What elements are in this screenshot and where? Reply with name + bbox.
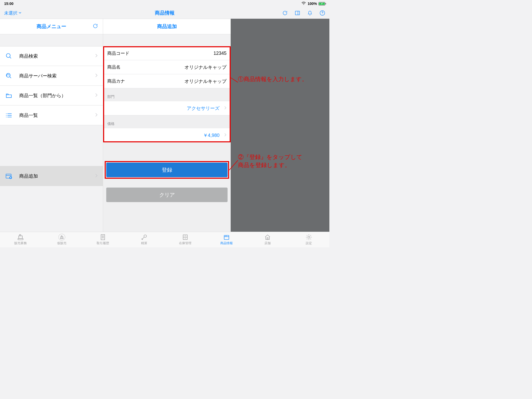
chevron-right-icon [95,113,98,118]
tab-transaction-history[interactable]: 取引履歴 [82,232,124,247]
help-icon[interactable] [320,10,325,16]
menu-item-add-product[interactable]: 商品追加 [0,166,103,186]
middle-header-title: 商品追加 [157,23,177,30]
left-refresh-icon[interactable] [92,23,98,30]
svg-rect-23 [19,235,21,236]
tab-product-info[interactable]: 商品情報 [206,232,247,247]
tab-label: 商品情報 [220,241,233,245]
field-product-code[interactable]: 商品コード 12345 [103,46,231,60]
bell-icon[interactable] [307,10,313,16]
field-label: 商品コード [107,50,129,56]
svg-rect-27 [101,235,105,240]
chevron-right-icon [224,133,227,138]
svg-point-4 [322,14,322,14]
gear-icon [305,234,312,241]
wifi-icon [301,2,306,6]
middle-column: 商品追加 商品コード 12345 商品名 オリジナルキャップ 商品カナ オリジナ… [103,19,231,232]
section-header-department: 部門 [103,88,231,101]
battery-icon: ⚡︎ [318,2,325,5]
tab-settlement[interactable]: 精算 [124,232,165,247]
tab-inventory[interactable]: 在庫管理 [165,232,206,247]
middle-header: 商品追加 [103,19,231,34]
register-button[interactable]: 登録 [106,163,228,177]
tab-sales[interactable]: 販売業務 [0,232,41,247]
svg-point-40 [308,236,310,238]
status-time: 15:00 [4,2,14,6]
home-icon [264,234,271,241]
cloud-search-icon [5,72,12,79]
field-value: オリジナルキャップ [124,64,227,70]
svg-rect-25 [61,237,63,238]
annotation-step1: ①商品情報を入力します。 [238,75,308,83]
register-machine-icon [17,234,24,241]
list-icon [5,112,12,119]
search-icon [5,52,12,60]
nav-category-selector[interactable]: 未選択 [4,10,22,16]
left-spacer [0,34,103,46]
refresh-icon[interactable] [282,10,288,16]
svg-rect-39 [267,238,268,240]
annotation-step2-line2: 商品を登録します。 [238,162,290,168]
field-label: 商品カナ [107,78,125,84]
field-value: オリジナルキャップ [128,78,227,84]
folder-icon [5,92,12,99]
svg-line-8 [10,77,11,78]
field-product-name[interactable]: 商品名 オリジナルキャップ [103,60,231,74]
add-product-icon [5,172,12,180]
left-fill-bottom [0,186,103,232]
chevron-down-icon [18,10,22,16]
columns-icon[interactable] [295,10,300,16]
left-fill [0,125,103,166]
middle-body: 商品コード 12345 商品名 オリジナルキャップ 商品カナ オリジナルキャップ… [103,34,231,232]
tab-label: 取引履歴 [97,241,109,245]
menu-item-list[interactable]: 商品一覧 [0,105,103,125]
left-header: 商品メニュー [0,19,103,34]
svg-point-5 [6,54,10,57]
battery-percent: 100% [308,2,317,6]
drawers-icon [182,234,189,241]
key-icon [141,234,148,241]
register-button-wrap: 登録 [103,163,231,177]
clear-button[interactable]: クリア [106,188,228,202]
tab-suspended-sales[interactable]: 仮販売 [41,232,83,247]
menu-item-list-by-department[interactable]: 商品一覧（部門から） [0,86,103,105]
button-gap-mid [103,177,231,188]
tabbar: 販売業務 仮販売 取引履歴 精算 在庫 [0,232,329,247]
menu-item-label: 商品一覧（部門から） [19,92,88,99]
menu-item-server-search[interactable]: 商品サーバー検索 [0,66,103,86]
field-price[interactable]: ￥4,980 [103,128,231,142]
field-label: 商品名 [107,64,121,70]
svg-point-0 [303,4,304,5]
menu-item-search[interactable]: 商品検索 [0,46,103,66]
suspended-icon [58,234,65,241]
menu-item-label: 商品追加 [19,173,88,179]
left-column: 商品メニュー 商品検索 [0,19,103,232]
button-gap-top [103,142,231,163]
tab-label: 設定 [306,241,312,245]
field-product-kana[interactable]: 商品カナ オリジナルキャップ [103,74,231,88]
svg-point-31 [144,235,147,237]
main-content: 商品メニュー 商品検索 [0,19,329,232]
left-header-title: 商品メニュー [37,23,66,30]
tab-store[interactable]: 店舗 [247,232,288,247]
status-right: 100% ⚡︎ [301,2,325,6]
tab-label: 販売業務 [14,241,27,245]
field-value: アクセサリーズ [110,105,220,111]
menu-item-label: 商品一覧 [19,112,88,118]
svg-rect-22 [19,236,22,238]
form-top-group: 商品コード 12345 商品名 オリジナルキャップ 商品カナ オリジナルキャップ… [103,46,231,142]
svg-line-6 [10,57,11,58]
middle-spacer [103,34,231,46]
field-department[interactable]: アクセサリーズ [103,101,231,115]
tab-label: 精算 [141,241,147,245]
tab-settings[interactable]: 設定 [288,232,330,247]
menu-item-label: 商品サーバー検索 [19,73,88,79]
chevron-right-icon [95,93,98,98]
menu-list: 商品検索 商品サーバー検索 [0,46,103,125]
page-title: 商品情報 [0,10,329,16]
right-panel: ①商品情報を入力します。 ②『登録』をタップして 商品を登録します。 [231,19,329,232]
field-value: 12345 [132,51,227,56]
annotation-step2-line1: ②『登録』をタップして [238,154,302,160]
svg-rect-26 [61,236,62,236]
section-header-price: 価格 [103,115,231,128]
